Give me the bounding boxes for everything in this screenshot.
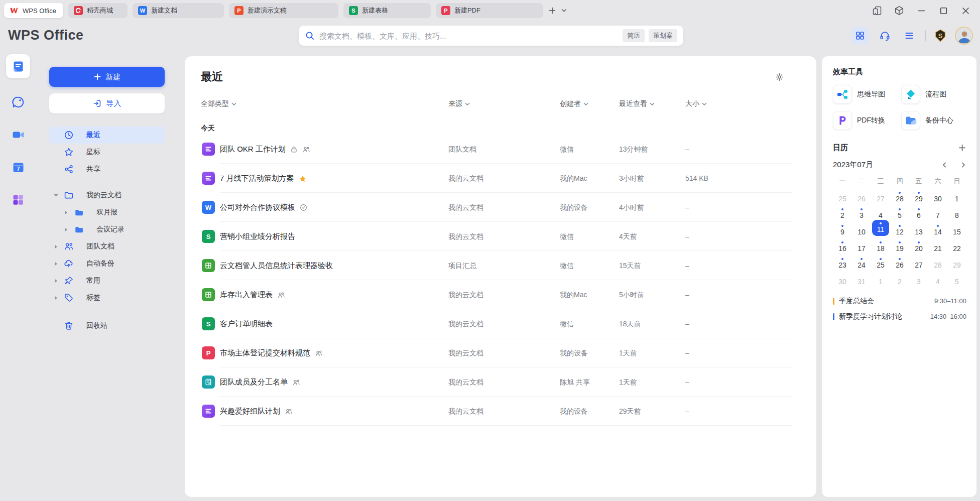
calendar-day[interactable]: 18 — [871, 236, 890, 253]
calendar-day[interactable]: 30 — [833, 270, 852, 286]
calendar-prev-icon[interactable] — [941, 162, 948, 168]
calendar-day[interactable]: 23 — [833, 253, 852, 270]
calendar-day[interactable]: 4 — [928, 270, 947, 286]
calendar-day[interactable]: 27 — [871, 187, 890, 203]
table-row[interactable]: 兴趣爱好组队计划我的云文档我的设备29天前– — [201, 397, 792, 426]
table-row[interactable]: 团队 OKR 工作计划团队文档微信13分钟前– — [201, 135, 792, 164]
sidebar-item-共享[interactable]: 共享 — [49, 161, 165, 178]
calendar-day[interactable]: 10 — [852, 220, 871, 236]
calendar-day[interactable]: 7 — [928, 203, 947, 220]
calendar-add-icon[interactable] — [958, 144, 966, 152]
caret-right-icon[interactable] — [53, 261, 58, 267]
caret-right-icon[interactable] — [63, 227, 68, 232]
table-row[interactable]: S营销小组业绩分析报告我的云文档微信4天前– — [201, 222, 792, 251]
appbox-icon[interactable] — [894, 5, 905, 16]
table-row[interactable]: S客户订单明细表我的云文档微信18天前– — [201, 309, 792, 338]
filter-source[interactable]: 来源 — [448, 99, 470, 108]
tab-新建PDF[interactable]: P新建PDF — [436, 3, 543, 18]
sidebar-tree-自动备份[interactable]: 自动备份 — [49, 255, 165, 272]
table-row[interactable]: 7 月线下活动策划方案我的云文档我的Mac3小时前514 KB — [201, 164, 792, 193]
rail-item-documents[interactable] — [6, 54, 30, 78]
calendar-day[interactable]: 20 — [909, 236, 928, 253]
calendar-event[interactable]: 季度总结会9:30–11:00 — [833, 293, 966, 309]
rail-item-apps-grid[interactable] — [12, 193, 25, 208]
filter-size[interactable]: 大小 — [685, 99, 707, 108]
maximize-icon[interactable] — [938, 5, 949, 16]
grid-view-icon[interactable] — [851, 27, 869, 44]
calendar-next-icon[interactable] — [960, 162, 966, 168]
calendar-day[interactable]: 3 — [852, 203, 871, 220]
search-hot-tag[interactable]: 策划案 — [649, 29, 677, 42]
sidebar-tree-会议记录[interactable]: 会议记录 — [49, 221, 165, 238]
sidebar-item-回收站[interactable]: 回收站 — [49, 317, 165, 334]
table-row[interactable]: 云文档管人员信息统计表理器验收项目汇总微信15天前– — [201, 251, 792, 280]
rail-item-chat[interactable] — [12, 95, 25, 111]
calendar-day[interactable]: 19 — [890, 236, 909, 253]
calendar-day[interactable]: 9 — [833, 220, 852, 236]
calendar-day[interactable]: 30 — [928, 187, 947, 203]
filter-type[interactable]: 全部类型 — [201, 99, 236, 108]
sidebar-tree-常用[interactable]: 常用 — [49, 272, 165, 289]
tool-PDF转换[interactable]: PDF转换 — [833, 111, 901, 130]
calendar-day[interactable]: 15 — [947, 220, 966, 236]
new-tab-plus-icon[interactable] — [548, 7, 556, 15]
sidebar-tree-标签[interactable]: 标签 — [49, 289, 165, 306]
calendar-day[interactable]: 6 — [909, 203, 928, 220]
calendar-day[interactable]: 29 — [909, 187, 928, 203]
close-icon[interactable] — [960, 5, 971, 16]
tab-新建文档[interactable]: W新建文档 — [133, 3, 224, 18]
caret-right-icon[interactable] — [63, 210, 68, 215]
calendar-day[interactable]: 12 — [890, 220, 909, 236]
calendar-day[interactable]: 28 — [890, 187, 909, 203]
rail-item-calendar-7[interactable]: 7 — [12, 161, 25, 176]
rail-item-meeting[interactable] — [12, 128, 25, 144]
calendar-day[interactable]: 1 — [947, 187, 966, 203]
calendar-day[interactable]: 29 — [947, 253, 966, 270]
caret-right-icon[interactable] — [53, 278, 58, 284]
tab-WPS Office[interactable]: WPS Office — [4, 3, 63, 18]
calendar-day[interactable]: 26 — [890, 253, 909, 270]
import-button[interactable]: 导入 — [49, 93, 165, 113]
calendar-day[interactable]: 13 — [909, 220, 928, 236]
sidebar-item-星标[interactable]: 星标 — [49, 144, 165, 161]
calendar-day[interactable]: 21 — [928, 236, 947, 253]
sidebar-tree-我的云文档[interactable]: 我的云文档 — [49, 187, 165, 204]
tab-稻壳商城[interactable]: 稻壳商城 — [68, 3, 128, 18]
calendar-day[interactable]: 25 — [871, 253, 890, 270]
caret-right-icon[interactable] — [53, 295, 58, 301]
sidebar-item-最近[interactable]: 最近 — [49, 127, 165, 144]
calendar-day[interactable]: 5 — [947, 270, 966, 286]
tab-新建演示文稿[interactable]: P新建演示文稿 — [229, 3, 338, 18]
calendar-day[interactable]: 26 — [852, 187, 871, 203]
calendar-day[interactable]: 16 — [833, 236, 852, 253]
calendar-day[interactable]: 17 — [852, 236, 871, 253]
calendar-event[interactable]: 新季度学习计划讨论14:30–16:00 — [833, 309, 966, 324]
calendar-day[interactable]: 1 — [871, 270, 890, 286]
tool-思维导图[interactable]: 思维导图 — [833, 85, 901, 104]
calendar-day[interactable]: 2 — [890, 270, 909, 286]
calendar-day[interactable]: 22 — [947, 236, 966, 253]
calendar-day[interactable]: 4 — [871, 203, 890, 220]
sidebar-tree-双月报[interactable]: 双月报 — [49, 204, 165, 221]
tab-新建表格[interactable]: S新建表格 — [343, 3, 431, 18]
calendar-day[interactable]: 25 — [833, 187, 852, 203]
headset-icon[interactable] — [876, 27, 893, 44]
settings-gear-icon[interactable] — [775, 72, 784, 82]
calendar-day[interactable]: 8 — [947, 203, 966, 220]
calendar-day[interactable]: 28 — [928, 253, 947, 270]
minimize-icon[interactable] — [916, 5, 927, 16]
calendar-day[interactable]: 14 — [928, 220, 947, 236]
calendar-day[interactable]: 2 — [833, 203, 852, 220]
filter-viewed[interactable]: 最近查看 — [619, 99, 655, 108]
calendar-day[interactable]: 27 — [909, 253, 928, 270]
calendar-day[interactable]: 3 — [909, 270, 928, 286]
new-button[interactable]: 新建 — [49, 67, 165, 87]
calendar-day[interactable]: 5 — [890, 203, 909, 220]
avatar[interactable] — [955, 27, 973, 45]
menu-icon[interactable] — [901, 27, 918, 44]
table-row[interactable]: 库存出入管理表我的云文档我的Mac5小时前– — [201, 280, 792, 309]
caret-right-icon[interactable] — [53, 244, 58, 249]
calendar-day[interactable]: 31 — [852, 270, 871, 286]
table-row[interactable]: 团队成员及分工名单我的云文档陈旭 共享1天前– — [201, 367, 792, 397]
tool-备份中心[interactable]: 备份中心 — [901, 111, 966, 130]
